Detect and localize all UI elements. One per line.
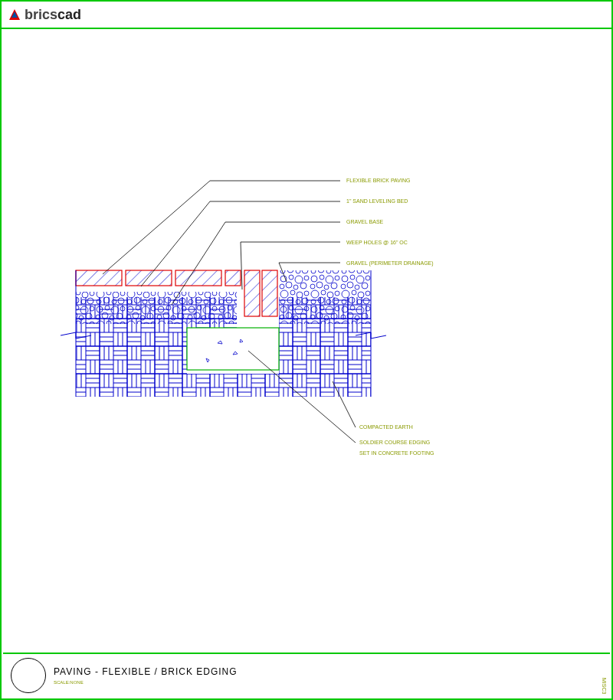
brand-text: bricscad [25,7,81,23]
app-frame: bricscad [0,0,613,700]
svg-rect-40 [262,270,277,316]
svg-rect-36 [126,270,172,286]
title-block: PAVING - FLEXIBLE / BRICK EDGING SCALE:N… [3,653,610,697]
label-weep-holes: WEEP HOLES @ 16" OC [346,240,408,245]
drawing-canvas: FLEXIBLE BRICK PAVING 1" SAND LEVELING B… [3,29,610,653]
svg-rect-37 [175,270,221,286]
label-flexible-paving: FLEXIBLE BRICK PAVING [346,178,410,183]
svg-rect-35 [76,270,122,286]
logo-icon [9,9,20,20]
label-gravel-base: GRAVEL BASE [346,219,383,224]
label-soldier-edging-b: SET IN CONCRETE FOOTING [359,450,434,456]
svg-rect-32 [76,289,237,324]
title-text: PAVING - FLEXIBLE / BRICK EDGING SCALE:N… [54,666,238,685]
svg-rect-30 [187,328,279,374]
label-perimeter-gravel: GRAVEL (PERIMETER DRAINAGE) [346,260,434,266]
brand-bold: cad [57,7,81,22]
label-compacted-earth: COMPACTED EARTH [359,424,413,430]
svg-rect-33 [279,270,371,324]
sheet-code: MISC3 [602,678,607,694]
drawing-svg [3,29,613,657]
drawing-title: PAVING - FLEXIBLE / BRICK EDGING [54,666,238,677]
svg-rect-34 [76,286,237,292]
label-soldier-edging-a: SOLDIER COURSE EDGING [359,440,430,445]
sheet-circle-icon [11,658,46,693]
svg-rect-39 [244,270,260,316]
svg-rect-38 [225,270,241,286]
label-sand-bed: 1" SAND LEVELING BED [346,198,408,204]
drawing-scale: SCALE:NONE [54,680,238,685]
header: bricscad [2,2,611,29]
brand-light: brics [25,7,57,22]
